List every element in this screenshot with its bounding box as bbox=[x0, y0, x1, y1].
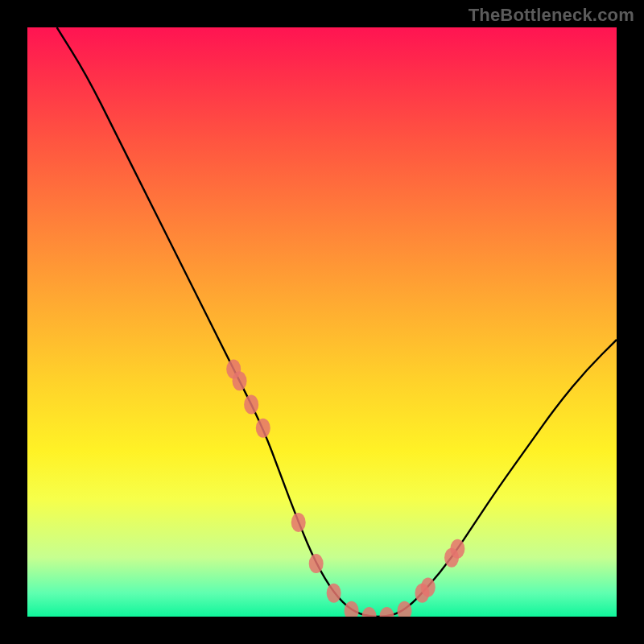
curve-marker bbox=[291, 513, 306, 532]
curve-svg bbox=[27, 27, 617, 617]
curve-marker bbox=[397, 601, 411, 617]
curve-marker bbox=[256, 419, 270, 438]
curve-marker bbox=[380, 607, 394, 617]
curve-marker bbox=[309, 554, 324, 573]
curve-marker bbox=[327, 584, 341, 603]
curve-markers bbox=[226, 360, 464, 617]
curve-marker bbox=[421, 577, 436, 597]
curve-marker bbox=[450, 539, 464, 559]
chart-area bbox=[27, 27, 617, 617]
bottleneck-curve bbox=[57, 27, 617, 617]
curve-marker bbox=[244, 394, 258, 414]
curve-marker bbox=[345, 601, 359, 617]
curve-marker bbox=[233, 371, 247, 390]
watermark-text: TheBottleneck.com bbox=[469, 5, 634, 26]
curve-marker bbox=[362, 607, 377, 617]
